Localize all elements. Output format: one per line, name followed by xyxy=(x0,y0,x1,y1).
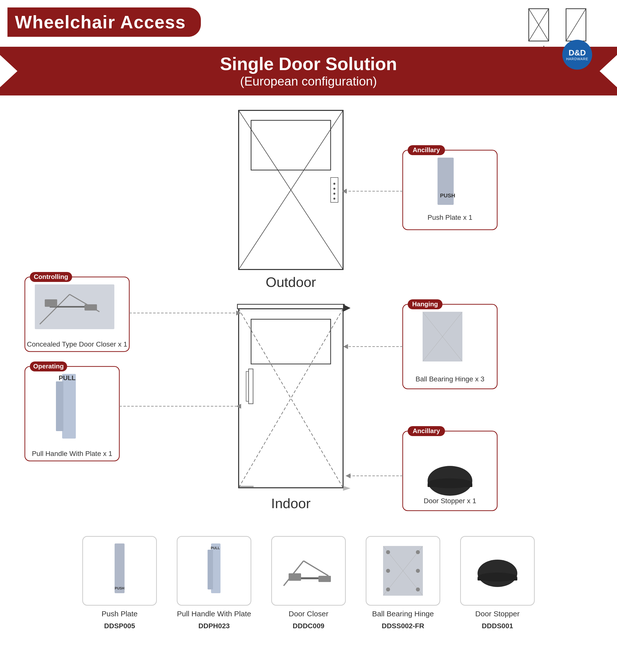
banner-subtitle: (European configuration) xyxy=(240,74,377,88)
bottom-door-stopper-code: DDDS001 xyxy=(482,622,513,630)
svg-marker-42 xyxy=(343,344,348,349)
door-stopper-box xyxy=(460,536,535,606)
svg-point-90 xyxy=(416,569,420,573)
svg-text:Hanging: Hanging xyxy=(412,300,438,308)
dd-logo: D&D HARDWARE xyxy=(562,40,592,70)
bottom-products-row: PUSH Push Plate DDSP005 PULL Pull Handle… xyxy=(0,536,617,630)
svg-text:Controlling: Controlling xyxy=(34,273,68,280)
svg-text:Pull Handle With Plate x 1: Pull Handle With Plate x 1 xyxy=(32,450,113,457)
banner: Single Door Solution (European configura… xyxy=(0,47,617,95)
svg-rect-18 xyxy=(251,319,331,364)
bottom-ball-hinge: Ball Bearing Hinge DDSS002-FR xyxy=(366,536,440,630)
bottom-door-closer-name: Door Closer xyxy=(288,610,329,618)
bottom-pull-handle-name: Pull Handle With Plate xyxy=(177,610,251,618)
svg-rect-15 xyxy=(237,304,344,309)
diagram-area: Outdoor Indoor Ancillary PUSH Push Plate… xyxy=(0,95,617,630)
svg-text:PULL: PULL xyxy=(59,374,75,382)
pull-door-icon xyxy=(565,7,587,42)
svg-point-86 xyxy=(386,550,390,554)
bottom-door-stopper-name: Door Stopper xyxy=(475,610,520,618)
svg-text:PULL: PULL xyxy=(211,546,220,550)
svg-text:Push Plate x 1: Push Plate x 1 xyxy=(428,214,472,221)
svg-text:Concealed Type Door Closer x 1: Concealed Type Door Closer x 1 xyxy=(27,341,127,348)
pull-handle-box: PULL xyxy=(177,536,251,606)
svg-point-13 xyxy=(333,198,335,200)
svg-rect-82 xyxy=(319,576,331,582)
svg-text:PUSH: PUSH xyxy=(115,586,125,590)
dd-logo-text: D&D xyxy=(569,48,586,57)
ball-hinge-box xyxy=(366,536,440,606)
bottom-push-plate-code: DDSP005 xyxy=(104,622,135,630)
svg-rect-94 xyxy=(477,577,517,581)
svg-line-4 xyxy=(566,9,586,41)
svg-text:Operating: Operating xyxy=(33,363,64,370)
bottom-ball-hinge-code: DDSS002-FR xyxy=(382,622,424,630)
svg-text:Door Stopper x 1: Door Stopper x 1 xyxy=(424,497,476,505)
dd-logo-sub: HARDWARE xyxy=(566,57,588,61)
svg-rect-81 xyxy=(288,573,301,581)
svg-point-10 xyxy=(333,183,335,185)
bottom-door-stopper: Door Stopper DDDS001 xyxy=(460,536,535,630)
svg-rect-59 xyxy=(56,381,63,431)
svg-text:Ancillary: Ancillary xyxy=(413,146,440,154)
banner-container: Single Door Solution (European configura… xyxy=(0,47,617,95)
svg-point-12 xyxy=(333,193,335,195)
bottom-push-plate: PUSH Push Plate DDSP005 xyxy=(82,536,157,630)
svg-rect-6 xyxy=(251,120,331,170)
header-bar: Wheelchair Access xyxy=(7,7,201,37)
svg-point-91 xyxy=(416,588,420,592)
svg-rect-50 xyxy=(45,299,57,307)
svg-point-89 xyxy=(416,550,420,554)
svg-marker-16 xyxy=(343,304,351,312)
bottom-ball-hinge-name: Ball Bearing Hinge xyxy=(372,610,434,618)
svg-text:Indoor: Indoor xyxy=(271,495,311,511)
bottom-door-closer: Door Closer DDDC009 xyxy=(271,536,346,630)
svg-rect-73 xyxy=(115,543,125,593)
svg-text:Ball Bearing Hinge x 3: Ball Bearing Hinge x 3 xyxy=(415,375,484,383)
svg-line-79 xyxy=(303,561,329,576)
svg-marker-72 xyxy=(346,473,351,478)
svg-rect-58 xyxy=(62,374,76,439)
svg-rect-23 xyxy=(239,486,253,488)
bottom-pull-handle: PULL Pull Handle With Plate DDPH023 xyxy=(177,536,251,630)
svg-text:Ancillary: Ancillary xyxy=(413,427,440,435)
svg-rect-69 xyxy=(428,483,472,487)
push-plate-box: PUSH xyxy=(82,536,157,606)
bottom-push-plate-name: Push Plate xyxy=(101,610,138,618)
svg-text:Outdoor: Outdoor xyxy=(266,274,316,290)
svg-rect-22 xyxy=(246,372,249,401)
svg-rect-21 xyxy=(249,369,253,404)
svg-rect-76 xyxy=(208,550,213,590)
svg-text:PUSH: PUSH xyxy=(440,192,455,199)
svg-rect-51 xyxy=(84,304,97,310)
svg-marker-24 xyxy=(343,486,351,491)
svg-point-88 xyxy=(386,588,390,592)
svg-point-11 xyxy=(333,188,335,190)
page-title: Wheelchair Access xyxy=(15,12,186,32)
svg-point-87 xyxy=(386,569,390,573)
bottom-door-closer-code: DDDC009 xyxy=(292,622,325,630)
door-closer-box xyxy=(271,536,346,606)
bottom-pull-handle-code: DDPH023 xyxy=(198,622,230,630)
push-door-icon xyxy=(528,7,550,42)
banner-title: Single Door Solution xyxy=(220,54,397,74)
